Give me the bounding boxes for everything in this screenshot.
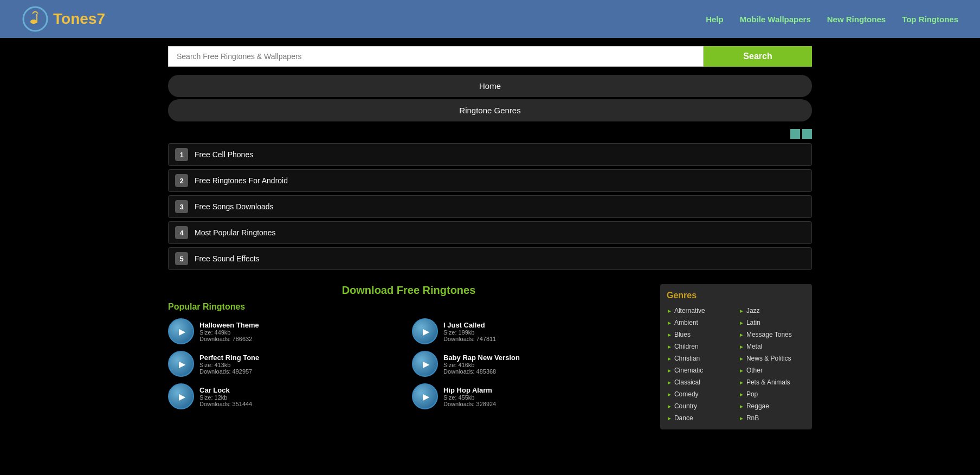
genre-item[interactable]: ►Ambient: [667, 318, 733, 328]
play-button[interactable]: [168, 383, 194, 409]
nav-top-ringtones[interactable]: Top Ringtones: [902, 15, 958, 24]
ringtone-info: I Just Called Size: 199kb Downloads: 747…: [443, 321, 496, 342]
ringtone-item: Car Lock Size: 12kb Downloads: 351444: [168, 383, 405, 409]
nav-help[interactable]: Help: [706, 15, 724, 24]
genre-item[interactable]: ►Blues: [667, 330, 733, 339]
list-item[interactable]: 1 Free Cell Phones: [168, 143, 812, 166]
ringtone-info: Baby Rap New Version Size: 416kb Downloa…: [443, 354, 520, 375]
genre-label: Jazz: [746, 307, 760, 314]
genre-item[interactable]: ►Children: [667, 342, 733, 351]
genre-item[interactable]: ►Pets & Animals: [739, 377, 805, 387]
logo-icon: [22, 5, 49, 33]
ringtone-size: Size: 449kb: [199, 329, 259, 336]
list-item[interactable]: 3 Free Songs Downloads: [168, 195, 812, 218]
genre-item[interactable]: ►Metal: [739, 342, 805, 351]
genre-label: Message Tones: [746, 331, 792, 338]
genre-label: RnB: [746, 414, 759, 422]
genre-item[interactable]: ►Dance: [667, 413, 733, 423]
svg-rect-2: [36, 14, 37, 23]
search-input[interactable]: [168, 46, 704, 67]
genre-arrow-icon: ►: [667, 308, 672, 314]
list-item[interactable]: 2 Free Ringtones For Android: [168, 169, 812, 192]
genre-item[interactable]: ►Country: [667, 401, 733, 411]
genre-item[interactable]: ►Other: [739, 365, 805, 375]
download-heading: Download Free Ringtones: [168, 284, 649, 297]
play-button[interactable]: [412, 383, 438, 409]
genre-label: Pop: [746, 390, 758, 398]
genre-arrow-icon: ►: [667, 320, 672, 326]
list-item[interactable]: 5 Free Sound Effects: [168, 247, 812, 270]
svg-point-1: [30, 20, 37, 24]
ringtone-info: Hip Hop Alarm Size: 455kb Downloads: 328…: [443, 386, 496, 407]
genre-item[interactable]: ►Message Tones: [739, 330, 805, 339]
left-column: Download Free Ringtones Popular Ringtone…: [168, 284, 649, 429]
svg-point-0: [23, 7, 47, 31]
genre-label: Metal: [746, 343, 762, 350]
list-label: Free Cell Phones: [195, 150, 253, 159]
genre-arrow-icon: ►: [667, 380, 672, 386]
prev-page-button[interactable]: [790, 129, 800, 139]
genre-item[interactable]: ►Comedy: [667, 389, 733, 399]
search-button[interactable]: Search: [704, 46, 812, 67]
ringtone-title: Car Lock: [199, 386, 252, 394]
ringtone-size: Size: 416kb: [443, 362, 520, 368]
genre-item[interactable]: ►Latin: [739, 318, 805, 328]
nav-mobile-wallpapers[interactable]: Mobile Wallpapers: [740, 15, 811, 24]
list-number: 2: [175, 174, 188, 187]
nav-home[interactable]: Home: [168, 75, 812, 97]
play-button[interactable]: [412, 351, 438, 377]
genre-item[interactable]: ►Jazz: [739, 306, 805, 316]
ringtone-downloads: Downloads: 328924: [443, 401, 496, 407]
ringtone-size: Size: 12kb: [199, 394, 252, 401]
list-item[interactable]: 4 Most Popular Ringtones: [168, 221, 812, 244]
genre-item[interactable]: ►Cinematic: [667, 365, 733, 375]
genre-arrow-icon: ►: [667, 332, 672, 338]
genre-item[interactable]: ►Reggae: [739, 401, 805, 411]
play-button[interactable]: [168, 318, 194, 344]
list-label: Most Popular Ringtones: [195, 228, 275, 237]
list-label: Free Ringtones For Android: [195, 176, 288, 185]
genre-arrow-icon: ►: [667, 403, 672, 409]
genre-label: Blues: [674, 331, 691, 338]
page-nav: Home Ringtone Genres: [0, 75, 980, 121]
nav-ringtone-genres[interactable]: Ringtone Genres: [168, 99, 812, 121]
genre-item[interactable]: ►News & Politics: [739, 354, 805, 363]
genre-arrow-icon: ►: [739, 344, 744, 350]
genre-arrow-icon: ►: [739, 380, 744, 386]
nav-new-ringtones[interactable]: New Ringtones: [827, 15, 886, 24]
ringtone-item: Baby Rap New Version Size: 416kb Downloa…: [412, 351, 649, 377]
right-column: Genres ►Alternative►Jazz►Ambient►Latin►B…: [660, 284, 812, 429]
ringtone-title: Halloween Theme: [199, 321, 259, 329]
play-button[interactable]: [412, 318, 438, 344]
list-number: 3: [175, 200, 188, 213]
list-number: 1: [175, 148, 188, 161]
genre-arrow-icon: ►: [739, 415, 744, 421]
play-button[interactable]: [168, 351, 194, 377]
genre-item[interactable]: ►Christian: [667, 354, 733, 363]
popular-heading: Popular Ringtones: [168, 302, 649, 312]
genre-item[interactable]: ►Alternative: [667, 306, 733, 316]
genre-item[interactable]: ►Pop: [739, 389, 805, 399]
list-number: 4: [175, 226, 188, 239]
genre-item[interactable]: ►RnB: [739, 413, 805, 423]
genre-item[interactable]: ►Classical: [667, 377, 733, 387]
genre-label: Comedy: [674, 390, 699, 398]
ringtone-item: Halloween Theme Size: 449kb Downloads: 7…: [168, 318, 405, 344]
content-area: 1 Free Cell Phones 2 Free Ringtones For …: [0, 124, 980, 279]
ringtone-title: I Just Called: [443, 321, 496, 329]
ringtone-size: Size: 413kb: [199, 362, 259, 368]
genre-arrow-icon: ►: [739, 391, 744, 397]
next-page-button[interactable]: [802, 129, 812, 139]
genre-arrow-icon: ►: [739, 403, 744, 409]
ringtone-downloads: Downloads: 492957: [199, 368, 259, 375]
genre-label: Classical: [674, 378, 700, 386]
ringtone-info: Halloween Theme Size: 449kb Downloads: 7…: [199, 321, 259, 342]
genre-label: Ambient: [674, 319, 698, 326]
genre-label: Pets & Animals: [746, 378, 790, 386]
genre-arrow-icon: ►: [739, 356, 744, 362]
logo: Tones7: [22, 5, 105, 33]
main-navigation: Help Mobile Wallpapers New Ringtones Top…: [706, 15, 958, 24]
genres-title: Genres: [667, 291, 805, 300]
ringtone-info: Car Lock Size: 12kb Downloads: 351444: [199, 386, 252, 407]
genre-label: Other: [746, 367, 763, 374]
